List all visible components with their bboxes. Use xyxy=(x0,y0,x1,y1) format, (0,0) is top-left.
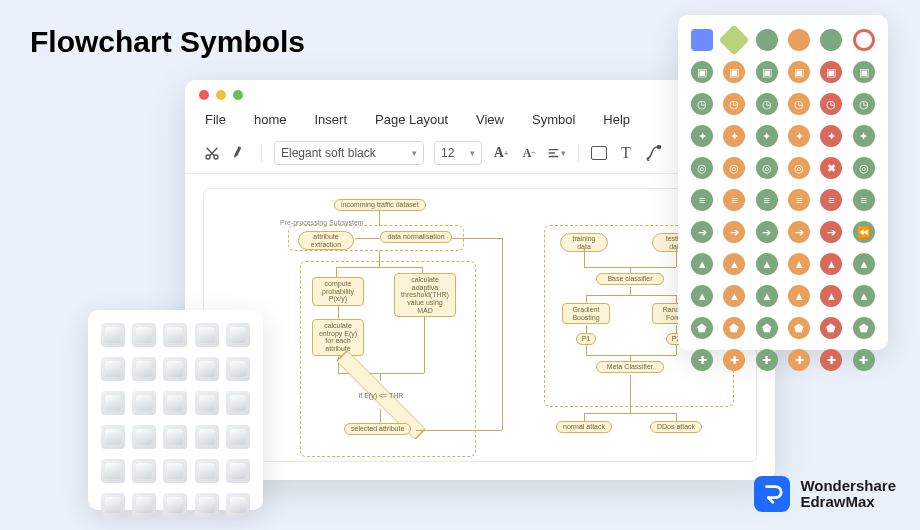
clipart-item[interactable] xyxy=(226,493,250,517)
clipart-item[interactable] xyxy=(101,391,125,415)
format-painter-icon[interactable] xyxy=(231,144,249,162)
symbol-item[interactable] xyxy=(853,29,875,51)
clipart-item[interactable] xyxy=(163,493,187,517)
clipart-item[interactable] xyxy=(163,357,187,381)
symbol-item[interactable]: ◷ xyxy=(691,93,713,115)
menu-help[interactable]: Help xyxy=(603,112,630,127)
node-incoming[interactable]: incomming traffic dataset xyxy=(334,199,426,211)
symbol-item[interactable]: ➔ xyxy=(691,221,713,243)
symbol-item[interactable]: ▣ xyxy=(853,61,875,83)
symbol-item[interactable]: ▲ xyxy=(853,285,875,307)
symbol-item[interactable]: ▲ xyxy=(820,253,842,275)
symbol-item[interactable]: ▣ xyxy=(788,61,810,83)
clipart-item[interactable] xyxy=(226,391,250,415)
close-icon[interactable] xyxy=(199,90,209,100)
clipart-item[interactable] xyxy=(195,357,219,381)
increase-font-icon[interactable]: A+ xyxy=(492,144,510,162)
symbol-item[interactable] xyxy=(756,29,778,51)
text-tool-icon[interactable]: T xyxy=(617,144,635,162)
symbol-item[interactable]: ⬟ xyxy=(820,317,842,339)
symbol-item[interactable]: ▲ xyxy=(691,253,713,275)
symbol-item[interactable]: ▣ xyxy=(691,61,713,83)
node-meta-classifier[interactable]: Meta Classifier xyxy=(596,361,664,373)
clipart-item[interactable] xyxy=(226,323,250,347)
symbol-item[interactable]: ⬟ xyxy=(853,317,875,339)
node-attr-extract[interactable]: attribute extraction xyxy=(298,231,354,250)
symbol-item[interactable]: ▲ xyxy=(723,253,745,275)
rectangle-shape-icon[interactable] xyxy=(591,146,607,160)
symbol-item[interactable]: ⬟ xyxy=(691,317,713,339)
node-base-classifier[interactable]: Base classifier xyxy=(596,273,664,285)
node-compute-probability[interactable]: compute probability P(x/y) xyxy=(312,277,364,306)
symbol-item[interactable]: ▲ xyxy=(788,285,810,307)
menu-symbol[interactable]: Symbol xyxy=(532,112,575,127)
symbol-item[interactable]: ▣ xyxy=(820,61,842,83)
font-family-select[interactable]: Elegant soft black ▾ xyxy=(274,141,424,165)
node-data-norm[interactable]: data normalisation xyxy=(380,231,452,243)
symbol-item[interactable]: ✦ xyxy=(853,125,875,147)
symbol-item[interactable]: ▲ xyxy=(820,285,842,307)
symbol-item[interactable]: ◎ xyxy=(723,157,745,179)
clipart-item[interactable] xyxy=(163,323,187,347)
menu-page-layout[interactable]: Page Layout xyxy=(375,112,448,127)
clipart-item[interactable] xyxy=(226,357,250,381)
symbol-item[interactable]: ➔ xyxy=(820,221,842,243)
symbol-item[interactable]: ✖ xyxy=(820,157,842,179)
decrease-font-icon[interactable]: A− xyxy=(520,144,538,162)
node-calc-threshold[interactable]: calculate adaptiva threshold(THR) value … xyxy=(394,273,456,317)
symbol-item[interactable]: ✦ xyxy=(788,125,810,147)
symbol-item[interactable]: ≡ xyxy=(788,189,810,211)
symbol-item[interactable]: ≡ xyxy=(853,189,875,211)
minimize-icon[interactable] xyxy=(216,90,226,100)
symbol-item[interactable] xyxy=(788,29,810,51)
symbol-item[interactable]: ✚ xyxy=(853,349,875,371)
symbol-item[interactable]: ▣ xyxy=(723,61,745,83)
symbol-item[interactable]: ◷ xyxy=(723,93,745,115)
clipart-item[interactable] xyxy=(132,323,156,347)
menu-home[interactable]: home xyxy=(254,112,287,127)
clipart-item[interactable] xyxy=(132,425,156,449)
symbol-item[interactable]: ➔ xyxy=(788,221,810,243)
clipart-item[interactable] xyxy=(132,459,156,483)
clipart-item[interactable] xyxy=(163,425,187,449)
symbol-item[interactable]: ▲ xyxy=(723,285,745,307)
node-decision[interactable]: if E(y) <= THR xyxy=(346,381,416,409)
menu-insert[interactable]: Insert xyxy=(314,112,347,127)
symbol-item[interactable] xyxy=(719,24,750,55)
symbol-item[interactable]: ✚ xyxy=(820,349,842,371)
symbol-item[interactable]: ✚ xyxy=(691,349,713,371)
clipart-item[interactable] xyxy=(195,425,219,449)
symbol-item[interactable] xyxy=(820,29,842,51)
clipart-item[interactable] xyxy=(195,459,219,483)
symbol-item[interactable]: ✦ xyxy=(756,125,778,147)
node-ddos-attack[interactable]: DDos attack xyxy=(650,421,702,433)
clipart-item[interactable] xyxy=(101,459,125,483)
clipart-item[interactable] xyxy=(195,323,219,347)
symbol-item[interactable]: ▣ xyxy=(756,61,778,83)
clipart-item[interactable] xyxy=(101,323,125,347)
symbol-item[interactable]: ⬟ xyxy=(756,317,778,339)
clipart-item[interactable] xyxy=(132,391,156,415)
symbol-item[interactable]: ✦ xyxy=(723,125,745,147)
symbol-item[interactable]: ▲ xyxy=(691,285,713,307)
node-calc-entropy[interactable]: calculate entropy E(y) for each attribut… xyxy=(312,319,364,356)
symbol-item[interactable]: ◷ xyxy=(820,93,842,115)
symbol-item[interactable]: ✦ xyxy=(820,125,842,147)
symbol-item[interactable]: ◷ xyxy=(853,93,875,115)
symbol-item[interactable]: ➔ xyxy=(723,221,745,243)
clipart-item[interactable] xyxy=(101,425,125,449)
node-gradient-boosting[interactable]: Gradient Boosting xyxy=(562,303,610,324)
node-normal-attack[interactable]: normal attack xyxy=(556,421,612,433)
node-p1[interactable]: P1 xyxy=(576,333,596,345)
node-selected-attribute[interactable]: selected attribute xyxy=(344,423,411,435)
clipart-item[interactable] xyxy=(226,459,250,483)
symbol-item[interactable] xyxy=(691,29,713,51)
maximize-icon[interactable] xyxy=(233,90,243,100)
clipart-item[interactable] xyxy=(226,425,250,449)
symbol-item[interactable]: ≡ xyxy=(820,189,842,211)
symbol-item[interactable]: ✚ xyxy=(756,349,778,371)
clipart-item[interactable] xyxy=(163,391,187,415)
clipart-item[interactable] xyxy=(195,493,219,517)
clipart-item[interactable] xyxy=(101,357,125,381)
symbol-item[interactable]: ≡ xyxy=(691,189,713,211)
